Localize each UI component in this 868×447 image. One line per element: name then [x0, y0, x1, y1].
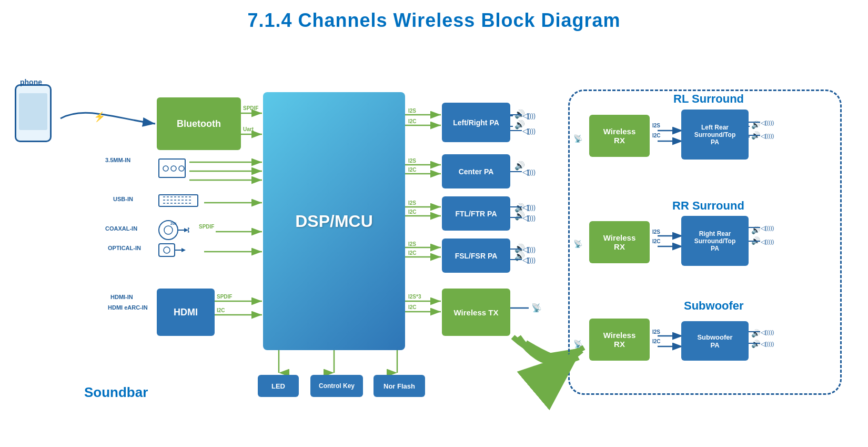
i2c-rl-label: I2C [652, 133, 661, 138]
svg-marker-67 [184, 228, 188, 232]
dsp-mcu-block: DSP/MCU [263, 92, 405, 350]
hdmi-in-label: HDMI-IN [110, 294, 133, 300]
input-coaxal-label: COAXAL-IN [105, 225, 137, 232]
input-usb-label: USB-IN [113, 196, 133, 202]
svg-point-58 [171, 166, 176, 171]
svg-text:◁|: ◁| [522, 214, 529, 222]
soundbar-label: Soundbar [84, 384, 148, 401]
svg-text:◁|: ◁| [522, 256, 529, 264]
i2s-sub-label: I2S [652, 329, 660, 335]
spdif2-label: SPDIF [199, 224, 214, 230]
diagram-container: 7.1.4 Channels Wireless Block Diagram ⚡ [0, 0, 868, 447]
svg-text:🔊: 🔊 [514, 251, 525, 261]
center-pa-block: Center PA [442, 154, 510, 188]
input-optical-icon [158, 240, 189, 261]
spdif-hdmi-label: SPDIF [217, 294, 232, 300]
rr-surround-title: RR Surround [672, 199, 744, 213]
right-rear-pa-block: Right Rear Surround/Top PA [681, 216, 749, 266]
input-35mm-label: 3.5MM-IN [105, 157, 130, 163]
i2s5-label: I2S*3 [408, 294, 421, 300]
svg-text:🔊: 🔊 [514, 109, 525, 119]
left-right-pa-block: Left/Right PA [442, 103, 510, 142]
fsl-fsr-pa-block: FSL/FSR PA [442, 239, 510, 273]
svg-text:)))): )))) [527, 204, 536, 211]
svg-text:)))): )))) [527, 112, 536, 120]
svg-text:◁|: ◁| [522, 127, 529, 135]
svg-text:📡: 📡 [531, 303, 542, 313]
svg-text:🔊: 🔊 [514, 203, 525, 213]
wireless-rx-rl-block: Wireless RX [589, 115, 650, 157]
ftl-ftr-pa-block: FTL/FTR PA [442, 196, 510, 231]
i2c2-label: I2C [408, 167, 417, 173]
svg-point-57 [163, 166, 168, 171]
nor-flash-block: Nor Flash [374, 375, 425, 397]
i2s1-label: I2S [408, 108, 416, 114]
svg-text:◁|: ◁| [522, 245, 529, 253]
wireless-tx-block: Wireless TX [442, 289, 510, 336]
svg-text:◁|: ◁| [522, 168, 529, 176]
i2s3-label: I2S [408, 200, 416, 206]
svg-marker-68 [188, 228, 189, 232]
wireless-rx-sub-block: Wireless RX [589, 319, 650, 361]
i2c-hdmi-label: I2C [217, 307, 225, 313]
i2s-rl-label: I2S [652, 123, 660, 128]
i2c-rr-label: I2C [652, 239, 661, 244]
svg-text:)))): )))) [527, 214, 536, 222]
i2c-sub-label: I2C [652, 339, 661, 344]
bluetooth-block: Bluetooth [157, 97, 241, 150]
page-title: 7.1.4 Channels Wireless Block Diagram [0, 0, 868, 37]
svg-marker-73 [181, 248, 186, 252]
svg-rect-70 [159, 244, 175, 256]
i2s-rr-label: I2S [652, 229, 660, 235]
phone-icon [15, 84, 52, 142]
svg-text:)))): )))) [527, 168, 536, 176]
i2s2-label: I2S [408, 158, 416, 164]
left-rear-pa-block: Left Rear Surround/Top PA [681, 110, 749, 160]
input-coaxal-icon: 20k [158, 218, 189, 242]
svg-text:🔊: 🔊 [514, 243, 525, 253]
svg-text:⚡: ⚡ [94, 111, 106, 123]
control-key-block: Control Key [310, 375, 363, 397]
rl-surround-title: RL Surround [673, 92, 744, 106]
svg-point-65 [164, 226, 173, 234]
svg-text:)))): )))) [527, 127, 536, 135]
subwoofer-title: Subwoofer [684, 299, 744, 313]
wireless-rx-rr-block: Wireless RX [589, 221, 650, 263]
subwoofer-pa-block: Subwoofer PA [681, 321, 749, 361]
i2c1-label: I2C [408, 118, 417, 124]
i2c5-label: I2C [408, 304, 417, 310]
spdif1-label: SPDIF [243, 105, 258, 111]
svg-text:🔊: 🔊 [514, 120, 525, 130]
svg-text:)))): )))) [527, 246, 536, 253]
hdmi-earc-label: HDMI eARC-IN [108, 304, 148, 311]
input-optical-label: OPTICAL-IN [108, 245, 141, 251]
svg-text:)))): )))) [527, 256, 536, 264]
phone-label: phone [20, 78, 42, 86]
svg-text:20k: 20k [170, 222, 177, 225]
hdmi-block: HDMI [157, 289, 215, 336]
led-block: LED [258, 375, 299, 397]
svg-point-59 [179, 166, 184, 171]
svg-text:🔊: 🔊 [514, 211, 525, 221]
svg-point-71 [164, 247, 170, 253]
input-usb-icon [158, 192, 200, 209]
input-35mm-icon [158, 154, 188, 183]
svg-text:◁|: ◁| [522, 112, 529, 120]
i2s4-label: I2S [408, 241, 416, 247]
i2c4-label: I2C [408, 250, 417, 256]
svg-text:◁|: ◁| [522, 203, 529, 211]
uart-label: Uart [243, 126, 254, 132]
i2c3-label: I2C [408, 209, 417, 215]
svg-text:🔊: 🔊 [514, 161, 525, 171]
